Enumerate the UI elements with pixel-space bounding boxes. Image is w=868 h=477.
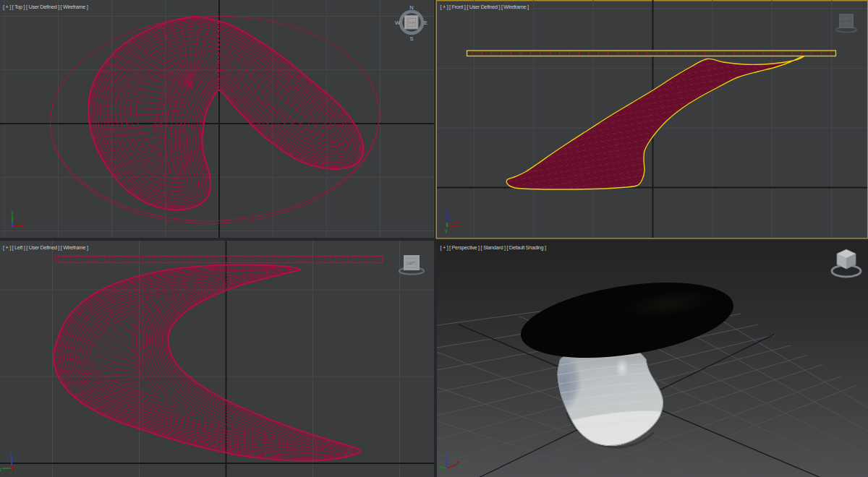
svg-text:x: x bbox=[14, 467, 17, 472]
svg-text:N: N bbox=[409, 4, 413, 11]
svg-text:W: W bbox=[395, 20, 401, 26]
svg-text:y: y bbox=[11, 210, 14, 215]
svg-text:x: x bbox=[22, 220, 25, 225]
svg-text:z: z bbox=[10, 452, 13, 457]
svg-text:FRONT: FRONT bbox=[841, 20, 851, 23]
svg-text:TOP: TOP bbox=[409, 21, 415, 25]
svg-text:y: y bbox=[445, 228, 448, 233]
svg-text:E: E bbox=[424, 20, 427, 26]
svg-text:x: x bbox=[456, 220, 459, 225]
svg-text:z: z bbox=[446, 209, 449, 214]
svg-text:LEFT: LEFT bbox=[407, 262, 415, 265]
svg-text:x: x bbox=[457, 460, 460, 465]
svg-text:S: S bbox=[409, 35, 413, 42]
svg-text:y: y bbox=[0, 466, 2, 472]
